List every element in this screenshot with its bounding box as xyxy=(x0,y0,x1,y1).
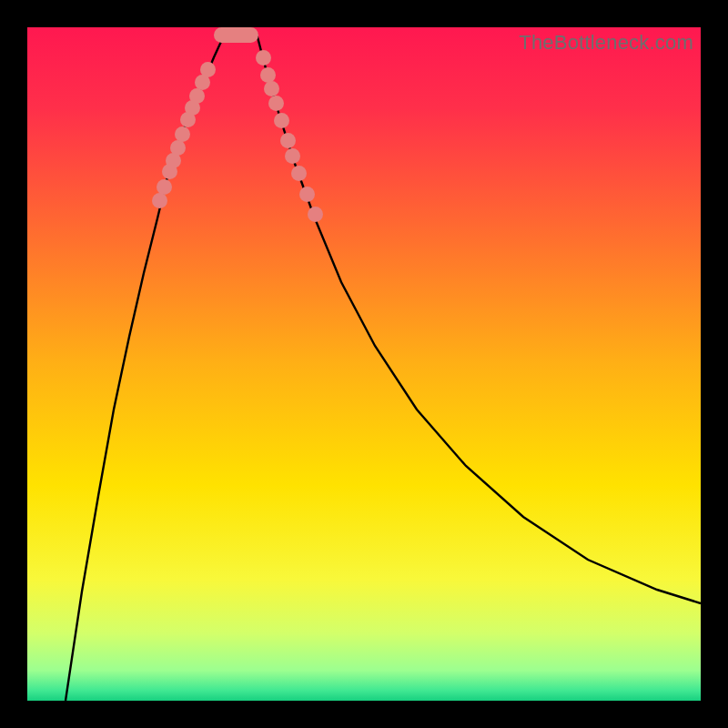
marker-dot-right xyxy=(308,207,323,222)
marker-dot-left xyxy=(175,126,190,142)
marker-dot-right xyxy=(256,50,271,66)
marker-dot-left xyxy=(189,88,205,104)
bottleneck-curves xyxy=(27,27,701,701)
plot-area: TheBottleneck.com xyxy=(27,27,701,701)
marker-dot-right xyxy=(260,67,276,83)
marker-dot-right xyxy=(274,113,289,128)
marker-dot-right xyxy=(299,187,315,202)
marker-dot-right xyxy=(268,96,284,111)
marker-dot-left xyxy=(157,179,172,195)
marker-dot-left xyxy=(152,193,167,208)
right-curve xyxy=(257,34,701,603)
bottom-marker-blob xyxy=(214,27,258,43)
marker-dot-right xyxy=(285,148,300,164)
outer-frame: TheBottleneck.com xyxy=(0,0,728,728)
marker-dot-right xyxy=(280,133,296,148)
marker-dot-left xyxy=(200,62,216,77)
marker-dot-right xyxy=(291,166,307,181)
marker-dot-left xyxy=(170,140,186,156)
marker-dot-right xyxy=(264,81,279,96)
left-curve xyxy=(66,34,225,701)
